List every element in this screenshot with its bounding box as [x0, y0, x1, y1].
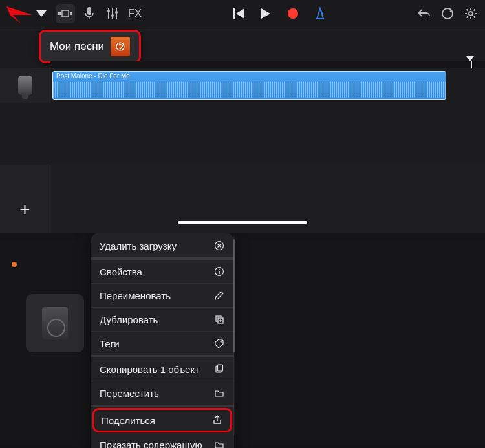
track-area: Post Malone - Die For Me +: [0, 61, 485, 233]
svg-rect-26: [218, 365, 223, 371]
svg-point-7: [111, 14, 114, 17]
info-icon: [213, 266, 225, 277]
tracks-view-icon[interactable]: [57, 5, 74, 22]
svg-marker-11: [261, 8, 270, 19]
record-icon[interactable]: [284, 5, 302, 23]
menu-label: Скопировать 1 объект: [100, 364, 199, 375]
folder-icon: [213, 387, 225, 399]
svg-marker-1: [36, 10, 47, 17]
svg-rect-3: [62, 10, 69, 17]
add-track-area: +: [0, 165, 50, 233]
garageband-doc-icon: [42, 307, 68, 339]
svg-rect-9: [233, 8, 235, 19]
svg-point-24: [221, 341, 222, 342]
vocal-mic-icon: [18, 76, 32, 95]
share-icon: [211, 414, 223, 426]
editor-toolbar: FX: [0, 0, 485, 27]
fx-button[interactable]: FX: [127, 8, 143, 19]
menu-label: Поделиться: [102, 415, 155, 426]
loop-browser-icon[interactable]: [438, 5, 457, 23]
svg-marker-10: [236, 8, 244, 19]
svg-point-17: [116, 43, 124, 50]
svg-rect-21: [219, 271, 219, 274]
svg-point-6: [107, 10, 110, 12]
menu-item-tags[interactable]: Теги: [91, 332, 234, 357]
mixer-icon[interactable]: [103, 5, 122, 23]
metronome-icon[interactable]: [311, 5, 329, 23]
menu-item-move[interactable]: Переместить: [91, 381, 234, 407]
my-songs-label: Мои песни: [50, 40, 104, 53]
svg-marker-0: [6, 6, 32, 23]
sheet-grabber[interactable]: [178, 221, 307, 224]
my-songs-button[interactable]: Мои песни: [39, 30, 141, 63]
clip-lane[interactable]: Post Malone - Die For Me: [50, 68, 485, 103]
chevron-down-icon[interactable]: [32, 5, 50, 23]
menu-item-copy[interactable]: Скопировать 1 объект: [91, 357, 234, 381]
menu-item-rename[interactable]: Переименовать: [91, 284, 234, 308]
svg-point-8: [115, 11, 118, 14]
track-header[interactable]: [0, 68, 50, 103]
audio-track-row: Post Malone - Die For Me: [0, 68, 485, 103]
menu-item-duplicate[interactable]: Дублировать: [91, 308, 234, 332]
menu-label: Свойства: [100, 266, 142, 277]
end-marker-line: [471, 61, 472, 68]
menu-item-remove-download[interactable]: Удалить загрузку: [91, 234, 234, 260]
microphone-icon[interactable]: [80, 5, 98, 23]
timeline-ruler[interactable]: [50, 61, 485, 68]
garageband-file-icon: [111, 37, 130, 56]
menu-label: Переместить: [100, 388, 159, 399]
copy-icon: [213, 363, 225, 375]
menu-item-properties[interactable]: Свойства: [91, 260, 234, 284]
annotation-arrow: [6, 6, 32, 23]
clip-title: Post Malone - Die For Me: [56, 72, 130, 80]
menu-label: Теги: [100, 338, 120, 349]
pencil-icon: [213, 290, 225, 301]
audio-clip[interactable]: Post Malone - Die For Me: [52, 71, 446, 100]
project-thumbnail[interactable]: [26, 294, 84, 352]
menu-item-show-enclosing[interactable]: Показать содержащую: [91, 433, 234, 448]
delete-download-icon: [213, 240, 225, 251]
svg-point-12: [288, 8, 298, 19]
svg-point-16: [469, 12, 473, 16]
duplicate-icon: [213, 314, 225, 325]
svg-rect-5: [87, 7, 91, 15]
add-track-button[interactable]: +: [19, 199, 30, 220]
view-switch[interactable]: [56, 4, 75, 23]
undo-icon[interactable]: [415, 5, 433, 23]
menu-label: Удалить загрузку: [100, 240, 177, 251]
tag-icon: [213, 337, 225, 349]
waveform-graphic: [53, 82, 446, 98]
svg-point-20: [219, 269, 220, 270]
end-marker-icon[interactable]: [466, 56, 474, 61]
transport-controls: [230, 5, 329, 23]
folder-open-icon: [213, 439, 225, 448]
settings-gear-icon[interactable]: [462, 5, 480, 23]
files-browser: Удалить загрузку Свойства Переименовать …: [0, 233, 485, 448]
play-icon[interactable]: [257, 5, 275, 23]
menu-label: Показать содержащую: [100, 440, 202, 449]
menu-label: Переименовать: [100, 290, 171, 301]
context-menu: Удалить загрузку Свойства Переименовать …: [91, 233, 234, 448]
menu-label: Дублировать: [100, 314, 158, 325]
recent-badge-icon: [12, 262, 17, 267]
app-root: FX: [0, 0, 485, 448]
garageband-editor: FX: [0, 0, 485, 233]
rewind-icon[interactable]: [230, 5, 248, 23]
svg-rect-4: [70, 12, 72, 15]
svg-rect-2: [58, 12, 61, 15]
menu-item-share[interactable]: Поделиться: [92, 408, 232, 432]
